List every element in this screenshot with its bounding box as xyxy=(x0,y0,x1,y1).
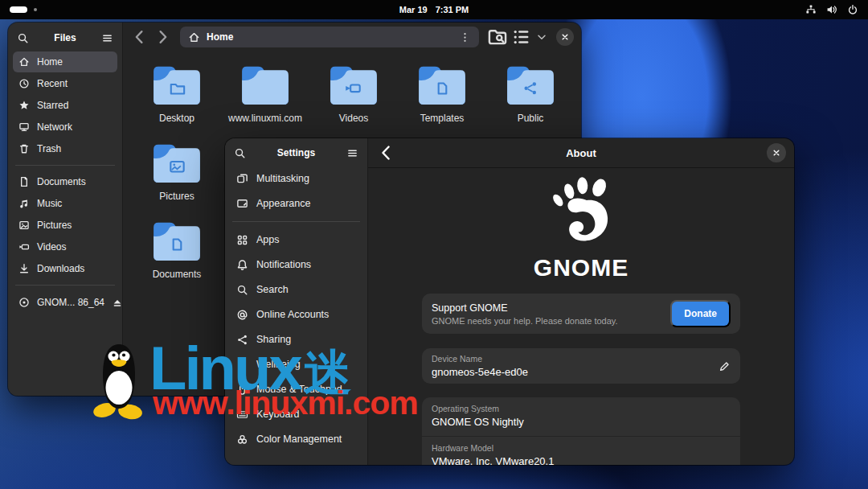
settings-sidebar-header: Settings xyxy=(230,140,362,166)
search-folder-button[interactable] xyxy=(487,27,508,47)
search-icon xyxy=(236,284,248,296)
settings-item-multitasking[interactable]: Multitasking xyxy=(230,166,362,191)
device-name-value: gnomeos-5e4e-ed0e xyxy=(432,366,528,378)
disk-icon xyxy=(18,297,30,308)
sidebar-divider xyxy=(15,165,115,166)
settings-item-notifications[interactable]: Notifications xyxy=(230,253,362,277)
active-workspace-pill[interactable] xyxy=(10,6,27,13)
folder-name: Videos xyxy=(339,113,368,124)
files-sidebar-header: Files xyxy=(13,25,117,51)
eject-icon[interactable] xyxy=(112,297,123,308)
view-options-chevron-icon[interactable] xyxy=(535,27,548,47)
files-close-button[interactable] xyxy=(556,28,574,46)
share-icon xyxy=(236,334,248,346)
folder-pictures[interactable]: Pictures xyxy=(133,136,221,214)
settings-item-label: Appearance xyxy=(256,198,310,209)
settings-close-button[interactable] xyxy=(767,143,786,162)
support-title: Support GNOME xyxy=(432,302,618,314)
detail-row-operating-system[interactable]: Operating SystemGNOME OS Nightly xyxy=(422,397,740,436)
settings-item-appearance[interactable]: Appearance xyxy=(230,191,362,216)
kebab-menu-icon[interactable] xyxy=(459,31,471,43)
settings-item-wellbeing[interactable]: Wellbeing xyxy=(230,352,362,376)
donate-button[interactable]: Donate xyxy=(670,300,731,327)
sidebar-item-music[interactable]: Music xyxy=(13,193,117,214)
sidebar-item-starred[interactable]: Starred xyxy=(13,95,117,116)
detail-label: Hardware Model xyxy=(432,443,731,453)
settings-item-mouse-touchpad[interactable]: Mouse & Touchpad xyxy=(230,377,362,401)
search-icon[interactable] xyxy=(234,147,246,159)
sidebar-item-pictures[interactable]: Pictures xyxy=(13,215,117,236)
sidebar-item-network[interactable]: Network xyxy=(13,117,117,138)
workspace-dot[interactable] xyxy=(34,8,37,11)
settings-item-label: Sharing xyxy=(256,334,291,345)
settings-item-search[interactable]: Search xyxy=(230,277,362,302)
workspace-indicator[interactable] xyxy=(10,6,37,13)
folder-public[interactable]: Public xyxy=(486,58,575,136)
detail-row-hardware-model[interactable]: Hardware ModelVMware, Inc. VMware20,1 xyxy=(422,436,740,465)
folder-icon xyxy=(152,141,202,186)
clock-time: 7:31 PM xyxy=(436,5,469,14)
device-name-row[interactable]: Device Name gnomeos-5e4e-ed0e xyxy=(422,348,740,384)
folder-documents[interactable]: Documents xyxy=(133,214,221,292)
folder-desktop[interactable]: Desktop xyxy=(133,58,221,136)
settings-item-keyboard[interactable]: Keyboard xyxy=(230,402,362,426)
forward-button[interactable] xyxy=(153,27,172,47)
settings-item-online-accounts[interactable]: Online Accounts xyxy=(230,302,362,327)
settings-item-apps[interactable]: Apps xyxy=(230,228,362,252)
power-icon[interactable] xyxy=(847,4,858,15)
detail-label: Operating System xyxy=(432,404,731,413)
keyboard-icon xyxy=(236,409,248,421)
home-icon xyxy=(18,56,30,68)
sidebar-item-downloads[interactable]: Downloads xyxy=(13,258,117,279)
search-icon[interactable] xyxy=(17,32,29,44)
sidebar-item-videos[interactable]: Videos xyxy=(13,236,117,257)
folder-www-linuxmi-com[interactable]: www.linuxmi.com xyxy=(221,58,309,136)
folder-videos[interactable]: Videos xyxy=(309,58,398,136)
sidebar-item-home[interactable]: Home xyxy=(13,51,117,72)
system-details-group: Operating SystemGNOME OS NightlyHardware… xyxy=(422,397,740,465)
folder-name: Desktop xyxy=(159,113,194,124)
settings-item-label: Keyboard xyxy=(256,409,300,420)
list-view-button[interactable] xyxy=(511,27,532,47)
multitasking-icon xyxy=(236,173,248,185)
settings-sidebar: Settings MultitaskingAppearanceAppsNotif… xyxy=(225,138,368,465)
about-content: GNOME Support GNOME GNOME needs your hel… xyxy=(368,167,794,465)
sidebar-item-gnome-os-volume[interactable]: GNOM... 86_64 xyxy=(13,292,117,313)
settings-item-label: Color Management xyxy=(256,434,342,445)
back-button[interactable] xyxy=(376,142,397,163)
sidebar-item-trash[interactable]: Trash xyxy=(13,138,117,159)
sidebar-item-label: Documents xyxy=(37,176,86,187)
color-icon xyxy=(236,434,248,446)
gnome-wordmark: GNOME xyxy=(534,254,628,281)
appearance-icon xyxy=(236,198,248,210)
sidebar-item-label: Videos xyxy=(37,241,66,253)
settings-item-label: Online Accounts xyxy=(256,309,329,320)
hamburger-menu-icon[interactable] xyxy=(101,32,113,44)
system-status-area[interactable] xyxy=(805,4,858,15)
settings-item-sharing[interactable]: Sharing xyxy=(230,327,362,351)
folder-icon xyxy=(152,63,202,108)
pencil-edit-icon[interactable] xyxy=(719,360,731,372)
device-name-label: Device Name xyxy=(432,354,528,364)
settings-window: Settings MultitaskingAppearanceAppsNotif… xyxy=(225,138,794,465)
folder-name: Documents xyxy=(153,269,202,280)
about-header: About xyxy=(368,138,794,167)
sidebar-item-label: Pictures xyxy=(37,220,72,231)
wired-network-icon[interactable] xyxy=(805,4,817,15)
page-title: About xyxy=(566,147,596,159)
clock-date: Mar 19 xyxy=(399,5,428,14)
settings-sidebar-nav: MultitaskingAppearanceAppsNotificationsS… xyxy=(230,166,362,451)
bell-icon xyxy=(236,259,248,271)
music-icon xyxy=(18,198,30,209)
hamburger-menu-icon[interactable] xyxy=(346,147,358,159)
clock[interactable]: Mar 19 7:31 PM xyxy=(399,5,469,14)
settings-item-color-management[interactable]: Color Management xyxy=(230,427,362,451)
volume-icon[interactable] xyxy=(826,4,837,15)
sidebar-item-recent[interactable]: Recent xyxy=(13,73,117,94)
path-bar[interactable]: Home xyxy=(180,27,479,47)
sidebar-item-documents[interactable]: Documents xyxy=(13,171,117,192)
back-button[interactable] xyxy=(130,27,149,47)
folder-templates[interactable]: Templates xyxy=(398,58,486,136)
folder-icon xyxy=(152,219,202,264)
files-sidebar: Files HomeRecentStarredNetworkTrashDocum… xyxy=(8,23,123,396)
